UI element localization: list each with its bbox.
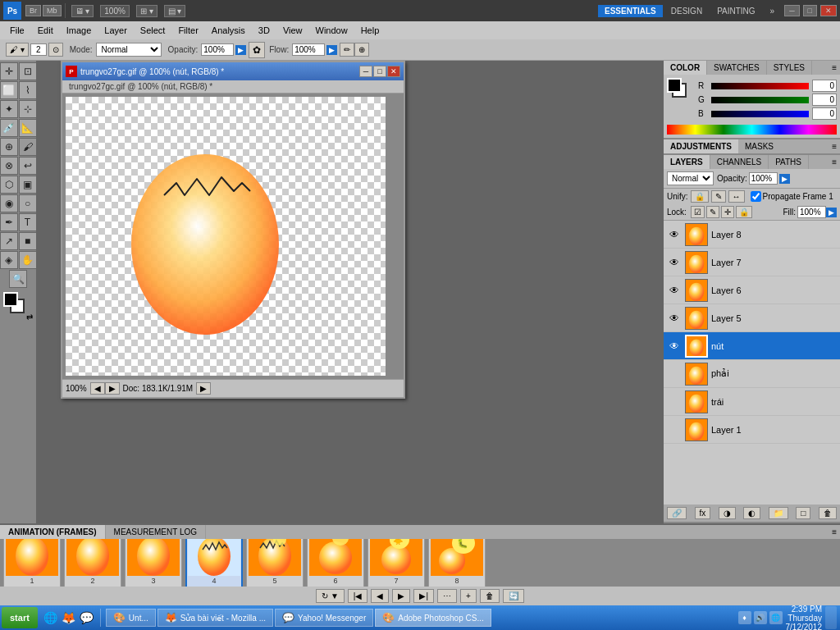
add-mask-btn[interactable]: ◑ — [719, 507, 736, 519]
lock-all-btn[interactable]: 🔒 — [736, 206, 752, 218]
pen-tool[interactable]: ✒ — [0, 213, 18, 231]
spot-heal-tool[interactable]: ⊕ — [0, 138, 18, 156]
unify-btn3[interactable]: ↔ — [728, 190, 745, 203]
canvas-tab[interactable]: trungvo27gc.gif @ 100% (nút, RGB/8) * — [62, 80, 404, 94]
canvas-minimize-btn[interactable]: ─ — [359, 66, 372, 77]
history-brush-tool[interactable]: ↩ — [19, 157, 37, 175]
layer-visibility-btn[interactable]: 👁 — [667, 283, 682, 298]
list-item[interactable]: 👁 Layer 8 — [664, 221, 840, 249]
artboard-tool[interactable]: ⊡ — [19, 62, 37, 80]
ruler-tool[interactable]: 📐 — [19, 119, 37, 137]
marquee-tool[interactable]: ⬜ — [0, 81, 18, 99]
brush-size-input[interactable]: 2 — [30, 43, 47, 56]
g-slider[interactable] — [711, 97, 809, 103]
mini-bridge-btn[interactable]: Mb — [43, 5, 62, 16]
menu-select[interactable]: Select — [134, 24, 172, 37]
tab-measurement-log[interactable]: MEASUREMENT LOG — [106, 525, 207, 539]
delete-frame-btn[interactable]: 🗑 — [480, 589, 500, 603]
tween-btn[interactable]: ⋯ — [437, 589, 457, 603]
layer-visibility-btn[interactable]: 👁 — [667, 339, 682, 354]
show-desktop-btn[interactable] — [825, 606, 837, 629]
design-btn[interactable]: DESIGN — [664, 5, 709, 17]
move-tool[interactable]: ✛ — [0, 62, 18, 80]
loop-select-btn[interactable]: ↻ ▼ — [316, 589, 345, 603]
next-frame-btn[interactable]: ▶| — [413, 589, 434, 603]
link-layers-btn[interactable]: 🔗 — [667, 507, 687, 519]
painting-btn[interactable]: PAINTING — [710, 5, 761, 17]
gradient-tool[interactable]: ▣ — [19, 176, 37, 194]
menu-help[interactable]: Help — [354, 24, 386, 37]
start-button[interactable]: start — [2, 607, 38, 628]
taskbar-item[interactable]: 🎨 Unt... — [106, 609, 156, 627]
arrange-group[interactable]: ▤ ▾ — [164, 5, 186, 17]
list-item[interactable]: 1 0.5 ▼ — [3, 539, 61, 587]
layers-panel-menu[interactable]: ≡ — [829, 155, 840, 169]
magic-wand-tool[interactable]: ✦ — [0, 100, 18, 118]
b-slider[interactable] — [711, 111, 809, 117]
color-panel-menu[interactable]: ≡ — [829, 61, 840, 75]
color-spectrum[interactable] — [667, 125, 837, 135]
layer-visibility-btn[interactable] — [667, 367, 682, 381]
canvas-close-btn[interactable]: ✕ — [387, 66, 400, 77]
foreground-color-swatch[interactable] — [3, 292, 18, 307]
stamp-tool[interactable]: ⊗ — [0, 157, 18, 175]
blend-mode-select[interactable]: Normal — [667, 171, 714, 185]
3d-tool[interactable]: ◈ — [0, 251, 18, 269]
essentials-btn[interactable]: ESSENTIALS — [598, 5, 663, 17]
prev-frame-btn[interactable]: ◀ — [371, 589, 389, 603]
tab-adjustments[interactable]: ADJUSTMENTS — [664, 139, 738, 153]
sys-icon-3[interactable]: 🌐 — [769, 611, 783, 624]
new-frame-btn[interactable]: + — [460, 589, 477, 603]
bridge-btn[interactable]: Br — [25, 5, 41, 16]
b-value[interactable] — [812, 107, 837, 120]
zoom-tool[interactable]: 🔍 — [9, 270, 27, 288]
layer-visibility-btn[interactable]: 👁 — [667, 311, 682, 326]
r-value[interactable] — [812, 80, 837, 92]
sys-icon-2[interactable]: 🔊 — [754, 611, 767, 624]
tab-styles[interactable]: STYLES — [767, 61, 812, 75]
taskbar-messenger-icon[interactable]: 💬 — [79, 609, 95, 626]
r-slider[interactable] — [711, 83, 809, 89]
restore-btn[interactable]: □ — [803, 5, 817, 16]
tab-paths[interactable]: PATHS — [769, 155, 809, 169]
convert-btn[interactable]: 🔄 — [503, 589, 524, 603]
zoom-group[interactable]: 100% — [100, 5, 130, 17]
taskbar-item[interactable]: 💬 Yahoo! Messenger — [275, 609, 373, 627]
brush-preset-btn[interactable]: 🖌 ▾ — [6, 43, 29, 57]
list-item[interactable]: 👁 Layer 7 — [664, 249, 840, 276]
dodge-tool[interactable]: ○ — [19, 194, 37, 212]
opacity-arrow[interactable]: ▶ — [779, 174, 790, 184]
fill-input[interactable] — [797, 206, 826, 218]
sys-icon-1[interactable]: ♦ — [738, 611, 751, 624]
g-value[interactable] — [812, 94, 837, 106]
more-workspaces-btn[interactable]: » — [764, 5, 782, 17]
menu-file[interactable]: File — [3, 24, 31, 37]
color-fg-swatch[interactable] — [667, 78, 682, 93]
canvas-inner[interactable] — [66, 97, 386, 376]
clone-btn[interactable]: ⊕ — [354, 43, 369, 57]
lock-move-btn[interactable]: ✛ — [721, 206, 734, 218]
delete-layer-btn[interactable]: 🗑 — [819, 507, 837, 519]
taskbar-item[interactable]: 🦊 Sửa bài viết - Mozilla ... — [158, 609, 273, 627]
menu-3d[interactable]: 3D — [252, 24, 276, 37]
lock-pixels-btn[interactable]: ☑ — [691, 206, 705, 218]
flow-input[interactable] — [292, 43, 325, 56]
layer-visibility-btn[interactable] — [667, 422, 682, 437]
menu-view[interactable]: View — [276, 24, 309, 37]
list-item[interactable]: Layer 1 — [664, 416, 840, 444]
status-arrow-btn[interactable]: ▶ — [196, 382, 211, 395]
list-item[interactable]: 🐥 7 0.2 ▼ — [368, 539, 425, 587]
adj-panel-menu[interactable]: ≡ — [829, 139, 840, 153]
tab-masks[interactable]: MASKS — [738, 139, 780, 153]
canvas-maximize-btn[interactable]: □ — [373, 66, 386, 77]
lasso-tool[interactable]: ⌇ — [19, 81, 37, 99]
mode-select[interactable]: Normal — [96, 43, 162, 57]
list-item[interactable]: 5 0.5 ▼ — [246, 539, 304, 587]
airbrush-btn[interactable]: ✿ — [249, 42, 265, 58]
new-fill-layer-btn[interactable]: ◐ — [743, 507, 760, 519]
menu-filter[interactable]: Filter — [171, 24, 204, 37]
lock-image-btn[interactable]: ✎ — [706, 206, 719, 218]
animation-panel-menu[interactable]: ≡ — [829, 525, 840, 539]
play-btn[interactable]: ▶ — [392, 589, 410, 603]
view-group[interactable]: ⊞ ▾ — [136, 5, 158, 17]
